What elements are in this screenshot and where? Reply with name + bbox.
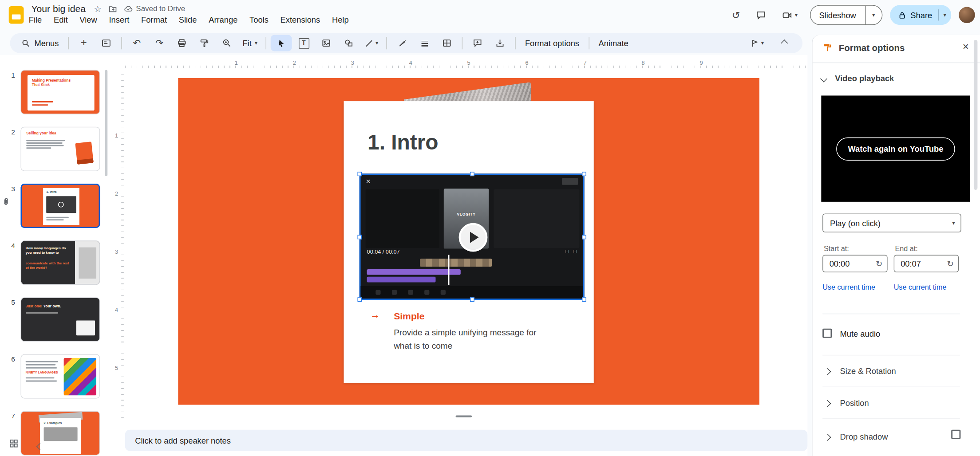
end-time-reset-icon[interactable]: ↻ <box>947 259 953 267</box>
share-button[interactable]: Share ▾ <box>890 5 951 25</box>
bullet-title[interactable]: Simple <box>394 311 424 321</box>
ruler-mark: 9 <box>699 60 703 66</box>
end-time-input[interactable] <box>901 259 933 268</box>
slide-number: 1 <box>5 71 15 79</box>
selection-handle-n[interactable] <box>470 172 474 176</box>
slide-thumbnail-1[interactable]: Making Presentations That Stick <box>20 70 100 114</box>
slideshow-button[interactable]: Slideshow <box>810 6 865 24</box>
menu-format[interactable]: Format <box>141 15 167 24</box>
filmstrip-scrollbar[interactable] <box>105 70 108 176</box>
video-timestamp: 00:04 / 00:07 <box>367 248 400 255</box>
slide-heading[interactable]: 1. Intro <box>368 130 439 154</box>
saved-status[interactable]: Saved to Drive <box>123 4 185 13</box>
selection-handle-w[interactable] <box>357 235 362 239</box>
insert-line-icon[interactable]: ▾ <box>361 35 382 51</box>
comments-icon[interactable] <box>752 6 770 24</box>
table-icon[interactable] <box>436 35 458 51</box>
speaker-notes[interactable]: Click to add speaker notes <box>125 430 808 451</box>
collapse-toolbar-icon[interactable] <box>774 35 795 51</box>
menu-view[interactable]: View <box>79 15 97 24</box>
start-time-input[interactable] <box>830 259 862 268</box>
selection-handle-nw[interactable] <box>357 172 362 176</box>
slide-thumbnail-7[interactable]: 2. Examples <box>20 411 100 456</box>
bullet-body[interactable]: Provide a simple unifying message for wh… <box>394 326 536 352</box>
bullet-arrow: → <box>370 309 380 320</box>
undo-icon[interactable]: ↶ <box>126 35 147 51</box>
slide-thumbnail-4[interactable]: How many languages do you need to know t… <box>20 240 100 285</box>
grid-view-icon[interactable] <box>9 439 19 449</box>
history-icon[interactable]: ↺ <box>727 6 744 24</box>
collapse-filmstrip-icon[interactable] <box>37 440 42 452</box>
select-tool-icon[interactable] <box>271 35 292 51</box>
selection-handle-sw[interactable] <box>357 297 362 302</box>
selection-handle-s[interactable] <box>470 297 474 302</box>
slide-number: 6 <box>5 355 15 363</box>
drop-shadow-section[interactable]: Drop shadow <box>825 432 888 441</box>
border-weight-icon[interactable] <box>414 35 435 51</box>
zoom-icon[interactable] <box>216 35 237 51</box>
menu-help[interactable]: Help <box>332 15 349 24</box>
header: Your big idea ☆ Saved to Drive File Edit… <box>0 0 980 30</box>
use-current-time-start-link[interactable]: Use current time <box>822 283 875 291</box>
menu-slide[interactable]: Slide <box>179 15 197 24</box>
video-timeline-clip <box>367 277 436 283</box>
meet-camera-icon[interactable]: ▾ <box>777 6 802 24</box>
video-playback-section-header[interactable]: Video playback <box>821 74 894 83</box>
star-icon[interactable]: ☆ <box>94 4 102 14</box>
selection-handle-ne[interactable] <box>582 172 586 176</box>
document-title[interactable]: Your big idea <box>31 3 86 14</box>
slide-thumbnail-5[interactable]: Just one! Your own. <box>20 297 100 342</box>
text-box-icon[interactable]: T <box>293 35 314 51</box>
slide-thumbnail-2[interactable]: Selling your idea <box>20 127 100 171</box>
menu-insert[interactable]: Insert <box>109 15 129 24</box>
add-comment-icon[interactable] <box>467 35 488 51</box>
size-rotation-section[interactable]: Size & Rotation <box>825 367 896 376</box>
close-panel-icon[interactable]: × <box>963 41 969 52</box>
mute-audio-checkbox[interactable] <box>822 329 832 338</box>
slide-canvas[interactable]: 1. Intro ✕ VLOGITY 00:04 / 00:07 ◻◻ <box>178 78 759 405</box>
video-play-button[interactable] <box>459 223 488 252</box>
share-caret-icon[interactable]: ▾ <box>944 12 946 18</box>
pen-icon[interactable] <box>391 35 413 51</box>
insert-image-icon[interactable] <box>316 35 337 51</box>
laser-pointer-icon[interactable]: ▾ <box>746 35 767 51</box>
position-section[interactable]: Position <box>825 398 869 408</box>
thumb6-highlight: NINETY LANGUAGES <box>26 370 61 374</box>
menus-search-button[interactable]: Menus <box>16 39 64 48</box>
selection-handle-se[interactable] <box>582 297 586 302</box>
format-options-button[interactable]: Format options <box>520 35 585 51</box>
drop-shadow-checkbox[interactable] <box>951 430 960 439</box>
slide-thumbnail-6[interactable]: NINETY LANGUAGES <box>20 354 100 398</box>
embedded-video-player[interactable]: ✕ VLOGITY 00:04 / 00:07 ◻◻ <box>360 173 585 299</box>
paint-format-icon[interactable] <box>194 35 215 51</box>
menu-arrange[interactable]: Arrange <box>209 15 237 24</box>
menu-edit[interactable]: Edit <box>54 15 68 24</box>
menu-extensions[interactable]: Extensions <box>281 15 320 24</box>
zoom-select[interactable]: Fit ▾ <box>239 39 261 48</box>
slideshow-caret-button[interactable]: ▾ <box>865 6 882 24</box>
slide-content-card[interactable]: 1. Intro ✕ VLOGITY 00:04 / 00:07 ◻◻ <box>344 101 593 383</box>
selection-handle-e[interactable] <box>582 235 586 239</box>
mute-audio-label: Mute audio <box>840 329 881 338</box>
menu-tools[interactable]: Tools <box>249 15 269 24</box>
thumb7-card: 2. Examples <box>40 418 81 454</box>
move-folder-icon[interactable] <box>108 4 117 13</box>
insert-placeholder-icon[interactable] <box>490 35 511 51</box>
print-icon[interactable] <box>171 35 193 51</box>
slides-logo-icon[interactable] <box>9 6 24 24</box>
slide-layout-icon[interactable] <box>95 35 117 51</box>
new-slide-button[interactable]: + <box>73 35 95 51</box>
play-mode-value: Play (on click) <box>830 218 881 228</box>
play-mode-select[interactable]: Play (on click) ▾ <box>822 214 961 232</box>
start-time-reset-icon[interactable]: ↻ <box>876 259 882 267</box>
watch-again-button[interactable]: Watch again on YouTube <box>836 137 955 160</box>
use-current-time-end-link[interactable]: Use current time <box>894 283 947 291</box>
redo-icon[interactable]: ↷ <box>149 35 170 51</box>
menu-file[interactable]: File <box>29 15 42 24</box>
slide-thumbnail-3-selected[interactable]: 1. Intro <box>20 184 100 228</box>
animate-button[interactable]: Animate <box>593 35 633 51</box>
panel-scrollbar[interactable] <box>974 40 977 190</box>
insert-shape-icon[interactable] <box>338 35 360 51</box>
notes-resize-handle[interactable] <box>456 415 472 417</box>
account-avatar[interactable] <box>959 7 975 23</box>
